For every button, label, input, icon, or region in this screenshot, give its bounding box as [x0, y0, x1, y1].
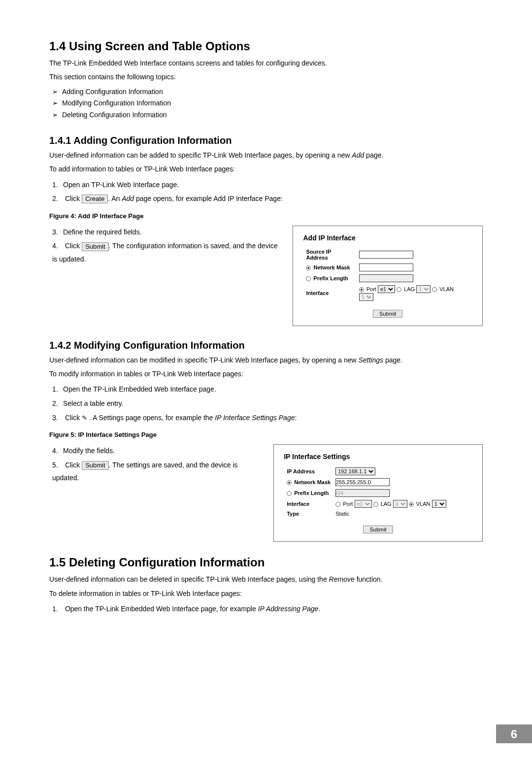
bullet-arrow-icon: ➢ — [52, 98, 62, 109]
table-row: Type Static — [285, 510, 448, 518]
label: Port — [366, 286, 376, 292]
submit-row: Submit — [303, 309, 472, 318]
step-number: 5. — [52, 459, 63, 472]
table-row: Interface Port e1 LAG 1 VLAN 1 — [285, 499, 448, 509]
panel-title: IP Interface Settings — [284, 453, 472, 461]
source-ip-input[interactable] — [359, 251, 413, 259]
type-value: Static — [333, 510, 448, 518]
prefix-input[interactable] — [335, 489, 390, 497]
radio-off-icon[interactable] — [335, 502, 340, 507]
step-text: Select a table entry. — [63, 399, 124, 407]
vlan-select[interactable]: 1 — [432, 500, 446, 508]
text: page. — [385, 356, 402, 364]
submit-button[interactable]: Submit — [82, 242, 108, 251]
cell: Prefix Length — [304, 273, 356, 283]
step: 5. Click Submit. The settings are saved,… — [52, 459, 264, 485]
step-text: Open the TP-Link Embedded Web Interface … — [65, 605, 256, 613]
step-text: Define the required fields. — [63, 228, 142, 236]
step-number: 4. — [52, 239, 63, 253]
radio-on-icon[interactable] — [306, 265, 311, 270]
step-text: . — [318, 605, 320, 613]
step: 3. Click ✎ . A Settings page opens, for … — [52, 411, 483, 425]
step: 1.Open an TP-Link Web Interface page. — [52, 178, 483, 192]
panel-submit-button[interactable]: Submit — [373, 310, 402, 318]
list-text: Deleting Configuration Information — [62, 111, 166, 119]
text-italic: IP Interface Settings Page — [215, 414, 295, 422]
lag-select[interactable]: 1 — [393, 500, 407, 508]
figure-label: Figure 5: IP Interface Settings Page — [49, 431, 483, 438]
step-text: Open the TP-Link Embedded Web Interface … — [63, 385, 216, 393]
radio-off-icon[interactable] — [373, 502, 378, 507]
para: To add information to tables or TP-Link … — [49, 164, 483, 174]
ip-select[interactable]: 192.168.1.1 — [335, 467, 375, 475]
steps-list: 1.Open an TP-Link Web Interface page. 2.… — [52, 178, 483, 205]
label: Interface — [304, 284, 356, 302]
label: Source IP Address — [304, 248, 356, 262]
step-text: Click — [65, 461, 80, 469]
step-text: . The settings are saved, and the device… — [52, 461, 238, 482]
radio-off-icon[interactable] — [432, 287, 437, 292]
label: VLAN — [416, 501, 431, 507]
steps-list: 1. Open the TP-Link Embedded Web Interfa… — [52, 602, 483, 616]
label: Prefix Length — [294, 490, 329, 496]
prefix-input[interactable] — [359, 274, 413, 282]
step-number: 4. — [52, 444, 63, 458]
text-italic: Remove — [329, 575, 355, 583]
list-text: Adding Configuration Information — [62, 88, 163, 96]
submit-button[interactable]: Submit — [82, 461, 108, 470]
create-button[interactable]: Create — [82, 195, 108, 203]
para: This section contains the following topi… — [49, 72, 483, 82]
figure-label: Figure 4: Add IP Interface Page — [49, 212, 483, 220]
table-row: Network Mask — [285, 477, 448, 487]
step-number: 1. — [52, 383, 63, 396]
para: User-defined information can be deleted … — [49, 574, 483, 584]
radio-off-icon[interactable] — [306, 276, 311, 281]
step-number: 2. — [52, 192, 63, 205]
text: User-defined information can be modified… — [49, 356, 357, 364]
step: 4.Modify the fields. — [52, 444, 264, 458]
radio-on-icon[interactable] — [409, 502, 414, 507]
step-number: 2. — [52, 397, 63, 410]
bullet-arrow-icon: ➢ — [52, 109, 62, 121]
radio-off-icon[interactable] — [397, 287, 401, 292]
steps-list: 4.Modify the fields. 5. Click Submit. Th… — [52, 444, 264, 485]
radio-on-icon[interactable] — [287, 480, 292, 485]
para: To modify information in tables or TP-Li… — [49, 369, 483, 379]
cell: Network Mask — [304, 263, 356, 272]
pencil-icon[interactable]: ✎ — [82, 412, 87, 425]
port-select[interactable]: e1 — [355, 500, 372, 508]
para: The TP-Link Embedded Web Interface conta… — [49, 58, 483, 68]
ip-interface-settings-panel: IP Interface Settings IP Address 192.168… — [273, 444, 483, 542]
netmask-input[interactable] — [335, 478, 390, 486]
panel-submit-button[interactable]: Submit — [363, 526, 393, 533]
label: Prefix Length — [314, 275, 348, 281]
label: IP Address — [285, 466, 332, 476]
lag-select[interactable]: 1 — [416, 285, 431, 293]
row: 4.Modify the fields. 5. Click Submit. Th… — [49, 444, 483, 542]
table-row: Network Mask — [304, 263, 471, 272]
label: Port — [343, 501, 353, 507]
text-italic: Add — [352, 151, 364, 159]
step-text: Modify the fields. — [63, 447, 115, 455]
para: User-defined information can be modified… — [49, 355, 483, 365]
step-text: . An — [108, 195, 120, 202]
text-italic: IP Addressing Page — [258, 605, 319, 613]
list-item: ➢Modifying Configuration Information — [52, 98, 483, 109]
vlan-select[interactable]: 1 — [359, 293, 373, 301]
step-text: Click — [65, 242, 80, 250]
step-number: 1. — [52, 178, 63, 192]
step-text: Open an TP-Link Web Interface page. — [63, 181, 179, 189]
document-page: 1.4 Using Screen and Table Options The T… — [0, 0, 532, 758]
port-select[interactable]: e1 — [378, 285, 395, 293]
page-number: 6 — [496, 725, 532, 743]
radio-on-icon[interactable] — [359, 287, 364, 292]
netmask-input[interactable] — [359, 264, 413, 271]
label: Network Mask — [294, 479, 331, 485]
radio-off-icon[interactable] — [287, 491, 292, 496]
text: page. — [366, 151, 383, 159]
para: User-defined information can be added to… — [49, 150, 483, 160]
label: Interface — [285, 499, 332, 509]
table-row: Interface Port e1 LAG 1 VLAN 1 — [304, 284, 471, 302]
steps-list: 1.Open the TP-Link Embedded Web Interfac… — [52, 383, 483, 424]
label: Network Mask — [314, 264, 350, 270]
